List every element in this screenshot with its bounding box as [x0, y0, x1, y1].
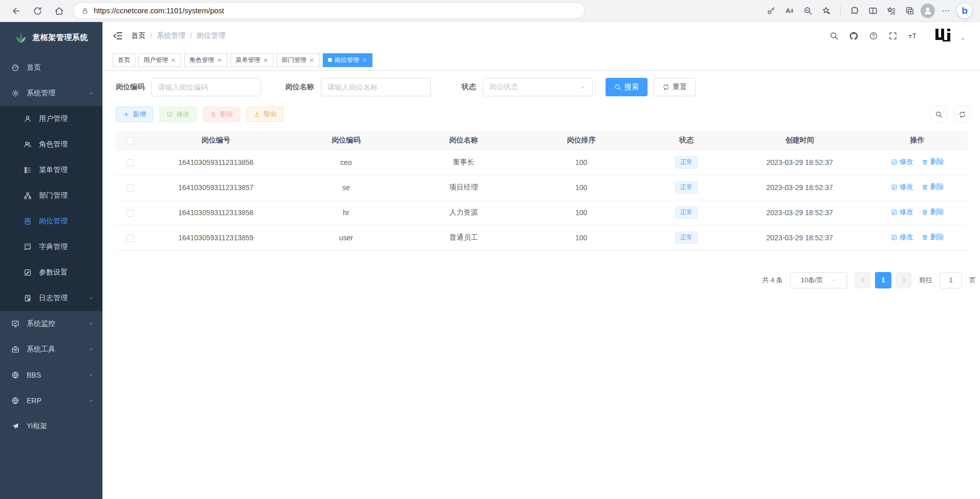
app-logo[interactable]: 意框架管理系统 — [0, 22, 102, 53]
sidebar-item-参数设置[interactable]: 参数设置 — [0, 260, 102, 285]
search-icon — [935, 111, 943, 118]
profile-avatar[interactable] — [921, 4, 935, 18]
row-checkbox[interactable] — [127, 184, 134, 192]
close-icon[interactable] — [309, 57, 315, 63]
param-icon — [24, 268, 32, 277]
sidebar-item-系统监控[interactable]: 系统监控 — [0, 311, 102, 337]
row-checkbox[interactable] — [127, 159, 134, 167]
tab-岗位管理[interactable]: 岗位管理 — [323, 53, 372, 67]
row-checkbox[interactable] — [127, 235, 134, 242]
tab-菜单管理[interactable]: 菜单管理 — [231, 53, 274, 67]
key-icon[interactable] — [763, 3, 779, 18]
breadcrumb-item[interactable]: 系统管理 — [157, 31, 185, 40]
tab-首页[interactable]: 首页 — [113, 53, 135, 67]
sidebar-item-岗位管理[interactable]: 岗位管理 — [0, 209, 102, 234]
close-icon[interactable] — [362, 57, 367, 63]
search-icon[interactable] — [829, 31, 839, 40]
header-cell: 岗位编号 — [144, 131, 287, 150]
row-delete-link[interactable]: 删除 — [922, 157, 944, 167]
delete-button[interactable]: 删除 — [203, 107, 240, 122]
close-icon[interactable] — [263, 57, 268, 63]
next-page-button[interactable] — [895, 272, 912, 288]
header-cell: 状态 — [640, 131, 732, 150]
help-icon[interactable] — [869, 31, 878, 40]
close-icon[interactable] — [171, 57, 176, 63]
navbar-icons — [829, 28, 966, 44]
sidebar-item-Yi框架[interactable]: Yi框架 — [0, 413, 102, 439]
font-size-icon[interactable] — [908, 31, 917, 40]
export-button[interactable]: 导出 — [246, 107, 284, 122]
sidebar-item-首页[interactable]: 首页 — [0, 55, 102, 80]
user-logo-avatar[interactable] — [934, 28, 954, 44]
favorites-add-icon[interactable] — [819, 3, 834, 18]
close-icon[interactable] — [217, 57, 222, 63]
cell-post-code: ceo — [287, 150, 405, 175]
github-icon[interactable] — [849, 31, 859, 41]
edit-button[interactable]: 修改 — [159, 107, 197, 122]
row-delete-link[interactable]: 删除 — [922, 233, 944, 242]
sidebar-fold-icon[interactable] — [113, 31, 123, 41]
cell-post-id: 1641030593112313857 — [144, 175, 287, 200]
fullscreen-icon[interactable] — [888, 31, 898, 40]
table-refresh-button[interactable] — [953, 106, 971, 123]
select-all-checkbox[interactable] — [127, 137, 134, 144]
row-delete-link[interactable]: 删除 — [922, 182, 944, 192]
split-screen-icon[interactable] — [865, 3, 881, 18]
reset-button[interactable]: 重置 — [654, 78, 696, 96]
row-edit-link[interactable]: 修改 — [891, 207, 913, 217]
sidebar-item-系统工具[interactable]: 系统工具 — [0, 337, 102, 362]
sidebar-item-日志管理[interactable]: 日志管理 — [0, 285, 102, 311]
refresh-icon[interactable] — [29, 2, 46, 19]
page-size-select[interactable]: 10条/页 — [790, 272, 847, 288]
address-bar[interactable]: https://ccnetcore.com:1101/system/post — [73, 3, 585, 19]
chevron-down-icon — [88, 398, 94, 404]
back-icon[interactable] — [7, 2, 25, 19]
breadcrumb-item[interactable]: 首页 — [131, 31, 145, 40]
copilot-icon[interactable]: b — [956, 3, 973, 19]
more-icon[interactable] — [938, 3, 953, 18]
favorites-icon[interactable] — [884, 3, 899, 18]
sidebar-item-用户管理[interactable]: 用户管理 — [0, 106, 102, 132]
sidebar-item-ERP[interactable]: ERP — [0, 388, 102, 413]
cell-post-code: user — [287, 225, 405, 250]
header-cell: 操作 — [867, 131, 968, 150]
row-edit-link[interactable]: 修改 — [891, 157, 913, 167]
row-delete-link[interactable]: 删除 — [922, 207, 944, 217]
sidebar-item-BBS[interactable]: BBS — [0, 362, 102, 388]
zoom-out-icon[interactable] — [800, 3, 816, 18]
row-edit-link[interactable]: 修改 — [891, 233, 913, 242]
cell-post-name: 人力资源 — [405, 200, 523, 225]
post-code-label: 岗位编码 — [116, 82, 144, 92]
row-edit-link[interactable]: 修改 — [891, 182, 913, 192]
extensions-icon[interactable] — [847, 3, 862, 18]
sidebar-menu: 首页 系统管理 用户管理 角色管理 菜单管理 部门管理 岗位管理 字典管理 — [0, 53, 102, 499]
page-number-button[interactable]: 1 — [875, 272, 891, 288]
tab-用户管理[interactable]: 用户管理 — [138, 53, 181, 67]
chevron-down-icon — [88, 372, 94, 378]
read-aloud-icon[interactable] — [782, 3, 797, 18]
tab-部门管理[interactable]: 部门管理 — [277, 53, 320, 67]
monitor-icon — [11, 320, 19, 328]
post-name-input[interactable] — [321, 78, 431, 96]
top-navbar: 首页系统管理岗位管理 — [102, 22, 980, 50]
sidebar-item-字典管理[interactable]: 字典管理 — [0, 234, 102, 260]
tab-角色管理[interactable]: 角色管理 — [184, 53, 227, 67]
collections-icon[interactable] — [902, 3, 918, 18]
browser-toolbar: https://ccnetcore.com:1101/system/post b — [0, 0, 980, 22]
sidebar-item-菜单管理[interactable]: 菜单管理 — [0, 157, 102, 183]
prev-page-button[interactable] — [854, 272, 871, 288]
post-code-input[interactable] — [151, 78, 261, 96]
row-checkbox[interactable] — [127, 210, 134, 217]
cell-post-code: hr — [287, 200, 405, 225]
home-icon[interactable] — [50, 2, 68, 19]
sidebar-item-系统管理[interactable]: 系统管理 — [0, 80, 102, 106]
status-select[interactable]: 岗位状态 — [483, 78, 593, 96]
add-button[interactable]: 新增 — [116, 107, 153, 122]
breadcrumb-item[interactable]: 岗位管理 — [197, 31, 225, 40]
search-button[interactable]: 搜索 — [606, 78, 648, 96]
table-search-toggle-button[interactable] — [930, 106, 947, 123]
goto-page-input[interactable] — [940, 272, 962, 288]
sidebar-item-角色管理[interactable]: 角色管理 — [0, 132, 102, 157]
refresh-icon — [958, 111, 966, 118]
sidebar-item-部门管理[interactable]: 部门管理 — [0, 183, 102, 209]
